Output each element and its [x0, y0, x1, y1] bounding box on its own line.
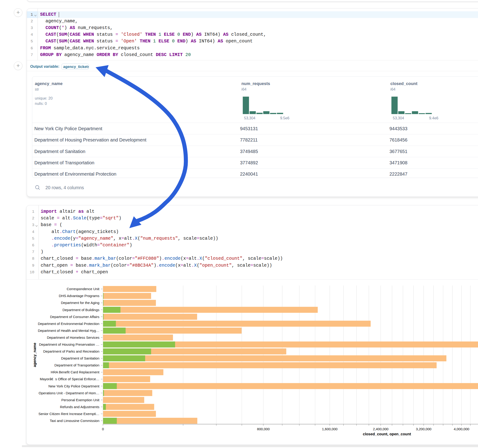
svg-text:Department of Health and Menta: Department of Health and Mental Hyg…	[38, 329, 99, 333]
svg-text:Department of Homeless Service: Department of Homeless Services	[47, 336, 99, 339]
svg-text:Department of Parks and Recrea: Department of Parks and Recreation	[43, 349, 99, 353]
svg-text:2,400,000: 2,400,000	[373, 427, 389, 431]
svg-text:closed_count, open_count: closed_count, open_count	[363, 432, 411, 436]
svg-text:Operations Unit - Department o: Operations Unit - Department of Hom…	[39, 391, 99, 395]
svg-text:Senior Citizen Rent Increase E: Senior Citizen Rent Increase Exempti…	[38, 412, 99, 416]
svg-text:HRA Benefit Card Replacement: HRA Benefit Card Replacement	[51, 370, 100, 374]
svg-text:Department of Buildings: Department of Buildings	[63, 308, 99, 312]
svg-text:3,200,000: 3,200,000	[416, 427, 432, 431]
svg-text:New York City Police Departmen: New York City Police Department	[48, 384, 100, 388]
svg-text:4,000,000: 4,000,000	[454, 427, 470, 431]
svg-text:agency_name: agency_name	[33, 343, 37, 367]
svg-text:Taxi and Limousine Commission: Taxi and Limousine Commission	[50, 419, 99, 423]
svg-text:Correspondence Unit: Correspondence Unit	[67, 287, 100, 291]
svg-text:Department of Sanitation: Department of Sanitation	[61, 356, 99, 360]
svg-text:DHS Advantage Programs: DHS Advantage Programs	[59, 294, 99, 298]
svg-text:0: 0	[102, 427, 104, 431]
svg-text:Department of Environmental Pr: Department of Environmental Protection	[38, 322, 99, 326]
svg-text:Department of Transportation: Department of Transportation	[54, 363, 99, 367]
svg-text:800,000: 800,000	[257, 427, 270, 431]
svg-text:Department of Housing Preserva: Department of Housing Preservation …	[39, 342, 99, 346]
svg-text:Department of Consumer Affairs: Department of Consumer Affairs	[50, 315, 99, 319]
svg-text:Personal Exemption Unit: Personal Exemption Unit	[61, 398, 100, 402]
svg-text:Mayorâ€ s Office of Special E: Mayorâ€ s Office of Special Enforce…	[40, 377, 99, 381]
svg-text:Refunds and Adjustments: Refunds and Adjustments	[60, 405, 99, 409]
svg-text:1,600,000: 1,600,000	[322, 427, 338, 431]
svg-text:Department for the Aging: Department for the Aging	[61, 301, 99, 305]
